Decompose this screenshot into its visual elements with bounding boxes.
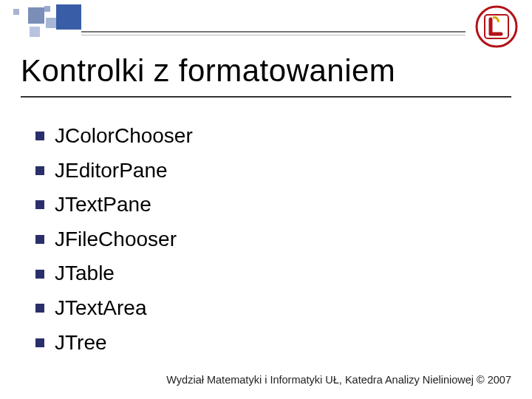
bullet-list: JColorChooser JEditorPane JTextPane JFil… — [35, 121, 193, 362]
list-item: JTable — [35, 259, 193, 289]
list-item: JEditorPane — [35, 156, 193, 186]
bullet-icon — [35, 235, 44, 244]
deco-square — [13, 9, 19, 15]
top-rule-secondary — [81, 35, 466, 35]
logo-icon — [474, 4, 519, 49]
list-item-label: JEditorPane — [55, 156, 168, 186]
list-item: JTree — [35, 328, 193, 358]
bullet-icon — [35, 200, 44, 209]
list-item-label: JColorChooser — [55, 121, 193, 151]
slide: Kontrolki z formatowaniem JColorChooser … — [0, 0, 532, 399]
deco-square — [28, 7, 44, 24]
list-item: JColorChooser — [35, 121, 193, 151]
footer-text: Wydział Matematyki i Informatyki UŁ, Kat… — [81, 374, 511, 386]
slide-title: Kontrolki z formatowaniem — [21, 53, 395, 89]
bullet-icon — [35, 166, 44, 175]
bullet-icon — [35, 338, 44, 347]
list-item: JTextArea — [35, 293, 193, 324]
list-item: JTextPane — [35, 190, 193, 220]
list-item-label: JTable — [55, 259, 115, 289]
top-rule — [81, 31, 466, 33]
list-item-label: JTextArea — [55, 293, 147, 324]
list-item-label: JTextPane — [55, 190, 151, 220]
list-item-label: JTree — [55, 328, 107, 358]
list-item-label: JFileChooser — [55, 225, 177, 255]
bullet-icon — [35, 270, 44, 279]
bullet-icon — [35, 132, 44, 140]
list-item: JFileChooser — [35, 225, 193, 255]
university-logo — [474, 4, 519, 52]
deco-square — [30, 27, 40, 37]
deco-square — [56, 4, 81, 30]
deco-square — [46, 18, 56, 28]
title-underline — [21, 96, 511, 98]
bullet-icon — [35, 304, 44, 313]
deco-square — [44, 6, 50, 12]
